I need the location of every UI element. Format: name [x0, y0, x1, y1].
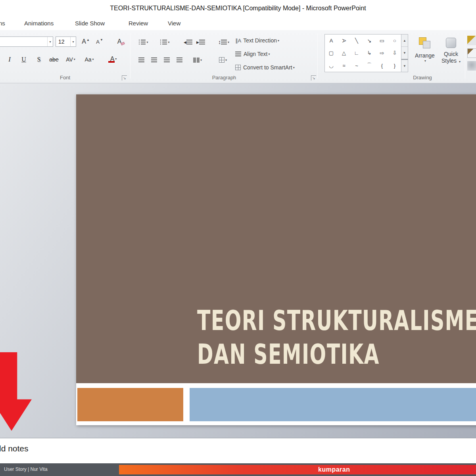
- right-arrow-icon[interactable]: ⇨: [376, 47, 388, 59]
- smartart-icon: [235, 65, 241, 70]
- line-icon[interactable]: ╲: [350, 35, 363, 47]
- font-size-select[interactable]: 12 ▾: [56, 36, 76, 47]
- paragraph-dialog-launcher[interactable]: ↘: [311, 75, 316, 81]
- font-size-value: 12: [56, 38, 70, 45]
- chevron-down-icon: ▾: [146, 40, 148, 44]
- chevron-down-icon: ▾: [278, 39, 279, 42]
- left-brace-icon[interactable]: {: [376, 60, 388, 72]
- shapes-scroll-up-icon[interactable]: ▲: [401, 35, 408, 47]
- font-group-label: Font: [0, 75, 130, 82]
- grow-font-button[interactable]: A▲: [79, 36, 92, 47]
- increase-indent-icon: ▸: [196, 39, 199, 45]
- bullets-icon: [139, 40, 146, 45]
- group-divider: [130, 33, 131, 79]
- chevron-down-icon: ▾: [459, 60, 461, 63]
- lines-icon: [186, 40, 192, 45]
- freeform-icon[interactable]: ◡: [325, 60, 338, 72]
- align-center-button[interactable]: [148, 55, 159, 65]
- vertical-text-box-icon[interactable]: A: [338, 35, 350, 47]
- chevron-down-icon: ▾: [115, 57, 117, 61]
- line-spacing-button[interactable]: ↕▾: [215, 36, 232, 48]
- strikethrough-button[interactable]: abe: [47, 54, 61, 65]
- oval-icon[interactable]: ○: [388, 35, 401, 47]
- decrease-indent-button[interactable]: ◂: [182, 36, 194, 48]
- ribbon: ▾ 12 ▾ A▲ A▼ A I U S abe AV▾ Aa▾ A▾ Font: [0, 30, 476, 83]
- right-brace-icon[interactable]: }: [388, 60, 401, 72]
- increase-indent-button[interactable]: ▸: [195, 36, 206, 48]
- shape-outline-icon[interactable]: [467, 48, 476, 58]
- group-divider: [317, 33, 318, 79]
- font-color-swatch: [108, 61, 115, 63]
- shape-fill-icon[interactable]: [467, 36, 476, 45]
- arc-icon[interactable]: ⌒: [363, 60, 376, 72]
- chevron-down-icon: ▾: [74, 58, 75, 61]
- chevron-down-icon[interactable]: ▾: [47, 37, 53, 46]
- align-left-icon: [138, 58, 144, 63]
- elbow-arrow-icon[interactable]: ↳: [363, 47, 376, 59]
- underline-button[interactable]: U: [18, 54, 29, 65]
- tab-transitions-partial[interactable]: ns: [0, 17, 9, 30]
- slide-canvas[interactable]: TEORI STRUKTURALISME DAN SEMIOTIKA: [76, 94, 476, 425]
- shapes-more-icon[interactable]: ▼: [401, 59, 408, 72]
- align-right-button[interactable]: [161, 55, 172, 65]
- align-text-button[interactable]: Align Text ▾: [235, 48, 270, 60]
- rounded-rectangle-icon[interactable]: ▢: [325, 47, 338, 59]
- table-options-button[interactable]: ▾: [215, 55, 231, 65]
- chevron-down-icon[interactable]: ▾: [70, 37, 76, 46]
- arrow-line-icon[interactable]: ↘: [363, 35, 376, 47]
- down-arrow-icon[interactable]: ⇩: [388, 47, 401, 59]
- arrange-icon: [418, 36, 432, 50]
- drawing-group-label: Drawing: [397, 75, 448, 82]
- tab-animations[interactable]: Animations: [21, 17, 57, 30]
- grow-font-arrow-icon: ▲: [86, 38, 90, 42]
- chevron-down-icon: ▾: [228, 40, 229, 44]
- text-direction-button[interactable]: ∥A Text Direction ▾: [235, 35, 279, 46]
- arrange-button[interactable]: Arrange ▾: [413, 33, 437, 73]
- font-name-select[interactable]: ▾: [0, 36, 53, 47]
- title-bar: TEORI-STRUKTURALISME-DAN-SEMIOTIKA [Comp…: [0, 0, 476, 17]
- text-box-icon[interactable]: A: [325, 35, 338, 47]
- font-color-button[interactable]: A▾: [106, 53, 121, 65]
- shrink-font-button[interactable]: A▼: [94, 36, 106, 47]
- justify-button[interactable]: [174, 55, 185, 65]
- rectangle-icon[interactable]: ▭: [376, 35, 388, 47]
- lines-icon: [199, 40, 205, 45]
- decrease-indent-icon: ◂: [184, 39, 186, 45]
- quick-styles-button[interactable]: Quick Styles ▾: [439, 33, 463, 73]
- credit-text: User Story | Nur Vita: [4, 463, 48, 475]
- shapes-scroll-down-icon[interactable]: ▼: [401, 47, 408, 59]
- shape-gallery-scrollbar: ▲ ▼ ▼: [401, 34, 408, 72]
- clear-formatting-button[interactable]: A: [113, 36, 126, 47]
- text-shadow-button[interactable]: S: [33, 54, 44, 65]
- character-spacing-button[interactable]: AV▾: [63, 54, 79, 65]
- columns-button[interactable]: ▾: [190, 55, 205, 65]
- slide-accent-orange[interactable]: [77, 388, 183, 421]
- numbering-button[interactable]: ▾: [157, 36, 173, 48]
- tab-review[interactable]: Review: [125, 17, 152, 30]
- notes-panel[interactable]: ld notes: [0, 438, 476, 463]
- chevron-down-icon: ▾: [424, 59, 426, 63]
- scribble-icon[interactable]: ≈: [338, 60, 350, 72]
- shape-effects-icon[interactable]: [467, 61, 476, 71]
- change-case-button[interactable]: Aa▾: [81, 54, 98, 65]
- quick-styles-icon: [446, 38, 456, 48]
- triangle-icon[interactable]: △: [338, 47, 350, 59]
- slide-title-placeholder[interactable]: TEORI STRUKTURALISME DAN SEMIOTIKA: [197, 304, 476, 371]
- tab-view[interactable]: View: [164, 17, 184, 30]
- slide-title-line1: TEORI STRUKTURALISME: [197, 304, 476, 338]
- slide-bottom-band: [76, 383, 476, 425]
- slide-title-line2: DAN SEMIOTIKA: [197, 338, 476, 371]
- font-dialog-launcher[interactable]: ↘: [122, 75, 127, 81]
- tab-slide-show[interactable]: Slide Show: [71, 17, 108, 30]
- italic-button[interactable]: I: [5, 54, 14, 65]
- bullets-button[interactable]: ▾: [136, 36, 152, 48]
- align-left-button[interactable]: [136, 55, 147, 65]
- convert-to-smartart-button[interactable]: Convert to SmartArt ▾: [235, 62, 295, 73]
- align-text-icon: [235, 52, 241, 57]
- elbow-connector-icon[interactable]: ∟: [350, 47, 363, 59]
- curve-icon[interactable]: ~: [350, 60, 363, 72]
- notes-placeholder-text: ld notes: [0, 444, 29, 453]
- slide-accent-blue[interactable]: [190, 388, 476, 421]
- grid-icon: [219, 57, 225, 63]
- justify-icon: [177, 58, 182, 63]
